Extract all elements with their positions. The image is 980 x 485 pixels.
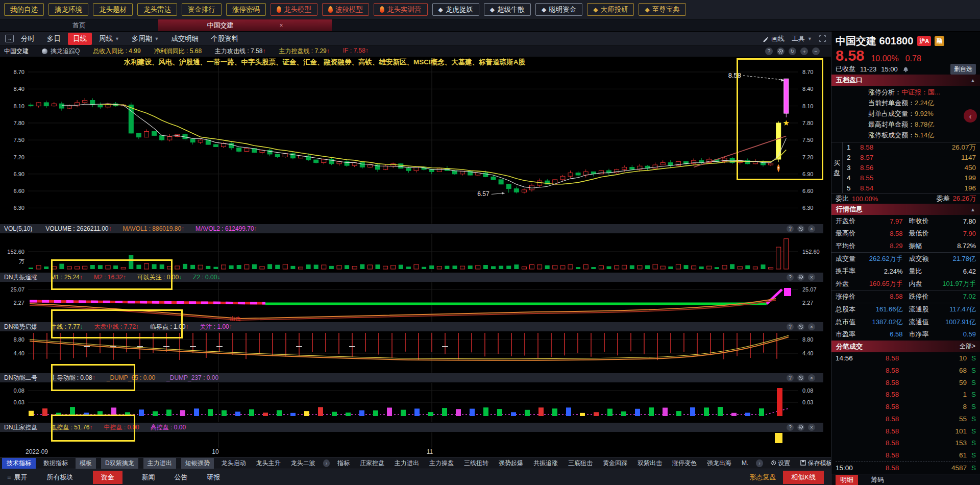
help-icon[interactable]: ? <box>787 323 794 330</box>
toolbar-button-保存模板[interactable]: 保存模板 <box>798 458 835 469</box>
indicator-tab-三线扭转[interactable]: 三线扭转 <box>461 458 491 469</box>
collapse-icon[interactable]: ▲ <box>970 78 975 83</box>
bottom-button-形态复盘[interactable]: 形态复盘 <box>749 473 776 482</box>
stock-badge-沪A: 沪A <box>917 36 931 46</box>
quote-tab-明细[interactable]: 明细 <box>836 475 858 485</box>
period-周线[interactable]: 周线▼ <box>94 33 125 45</box>
indicator-tab-技术指标[interactable]: 技术指标 <box>2 458 36 469</box>
remove-watchlist-button[interactable]: 删自选 <box>950 64 976 75</box>
zoom-in-icon[interactable]: ＋ <box>800 47 808 55</box>
fullscreen-button[interactable] <box>819 35 826 42</box>
bottom-button-相似K线[interactable]: 相似K线 <box>783 471 824 484</box>
indicator-tab-短银强势[interactable]: 短银强势 <box>181 458 214 469</box>
tracker-label[interactable]: 擒龙追踪Q <box>42 47 80 56</box>
bottom-tab-展开[interactable]: ≡展开 <box>7 473 28 482</box>
help-icon[interactable]: ? <box>787 374 794 381</box>
chevron-right-icon[interactable]: › <box>756 459 763 467</box>
indicator-tab-主力进出[interactable]: 主力进出 <box>143 458 176 469</box>
indicator-tab-共振追涨[interactable]: 共振追涨 <box>531 458 560 469</box>
draw-line-button[interactable]: 画线 <box>763 34 785 43</box>
indicator-tab-双紫出击[interactable]: 双紫出击 <box>635 458 665 469</box>
help-icon[interactable]: ? <box>787 424 794 431</box>
tools-menu-button[interactable]: 工具 ▼ <box>792 34 812 43</box>
gear-icon[interactable] <box>797 323 804 330</box>
indicator-tab-强龙出海[interactable]: 强龙出海 <box>704 458 734 469</box>
indicator-tab-强势起爆[interactable]: 强势起爆 <box>496 458 526 469</box>
close-icon[interactable]: × <box>808 274 815 281</box>
nav-button-龙头题材[interactable]: 龙头题材 <box>93 3 133 16</box>
kline-chart-region[interactable]: 2022-0910118.708.708.408.408.108.107.807… <box>0 57 831 457</box>
nav-button-龙头雷达[interactable]: 龙头雷达 <box>137 3 177 16</box>
indicator-tab-数据指标[interactable]: 数据指标 <box>41 458 70 469</box>
close-icon[interactable]: × <box>808 374 815 381</box>
close-icon[interactable]: × <box>808 323 815 330</box>
refresh-icon[interactable]: ↻ <box>789 47 796 55</box>
indicator-tab-龙头二波[interactable]: 龙头二波 <box>288 458 318 469</box>
indicator-tab-模板[interactable]: 模板 <box>76 458 96 469</box>
period-成交明细[interactable]: 成交明细 <box>166 33 204 45</box>
indicator-tab-龙头主升[interactable]: 龙头主升 <box>254 458 283 469</box>
section-market-info[interactable]: 行情信息 ▲ <box>831 204 980 215</box>
nav-button-擒龙环境[interactable]: 擒龙环境 <box>48 3 88 16</box>
nav-button-资金排行[interactable]: 资金排行 <box>182 3 222 16</box>
panel-value: 可以关注 : 0.00↓ <box>137 273 182 282</box>
nav-button-龙头模型[interactable]: 龙头模型 <box>271 3 317 16</box>
indicator-tab-涨停变色[interactable]: 涨停变色 <box>670 458 699 469</box>
close-icon[interactable]: × <box>279 22 283 29</box>
prev-page-button[interactable]: ‹ <box>964 109 977 123</box>
nav-button-我的自选[interactable]: 我的自选 <box>4 3 44 16</box>
nav-button-大师投研[interactable]: ◆大师投研 <box>587 3 634 16</box>
view-all-link[interactable]: 全部> <box>960 342 975 351</box>
nav-button-至尊宝典[interactable]: ◆至尊宝典 <box>639 3 685 16</box>
gear-icon[interactable] <box>797 374 804 381</box>
tab-首页[interactable]: 首页 <box>0 19 158 31</box>
chevron-right-icon[interactable]: › <box>323 459 330 467</box>
gear-icon[interactable] <box>797 424 804 431</box>
nav-button-聪明资金[interactable]: ◆聪明资金 <box>535 3 582 16</box>
section-order-book[interactable]: 五档盘口 ▲ <box>831 75 980 86</box>
period-个股资料[interactable]: 个股资料 <box>206 33 243 45</box>
nav-button-龙虎捉妖[interactable]: ◆龙虎捉妖 <box>432 3 479 16</box>
bottom-tab-所有板块[interactable]: 所有板块 <box>47 473 74 482</box>
nav-button-龙头实训营[interactable]: 龙头实训营 <box>374 3 428 16</box>
bottom-tab-公告[interactable]: 公告 <box>175 473 188 482</box>
bottom-tab-资金[interactable]: 资金 <box>93 471 122 484</box>
indicator-tab-主力操盘[interactable]: 主力操盘 <box>427 458 456 469</box>
bottom-tab-研报[interactable]: 研报 <box>207 473 220 482</box>
indicator-tab-主力进出[interactable]: 主力进出 <box>392 458 422 469</box>
indicator-tab-三底狙击[interactable]: 三底狙击 <box>566 458 595 469</box>
gear-icon[interactable] <box>797 225 804 232</box>
panel-value: _DUMP_237 : 0.00 <box>166 374 218 381</box>
toolbar-button-设置[interactable]: 设置 <box>768 458 793 469</box>
bell-icon[interactable] <box>902 66 909 72</box>
gear-icon[interactable] <box>797 274 804 281</box>
period-多周期[interactable]: 多周期▼ <box>127 33 164 45</box>
gear-icon[interactable] <box>777 47 785 55</box>
help-icon[interactable]: ? <box>765 47 773 55</box>
indicator-tab-龙头启动[interactable]: 龙头启动 <box>219 458 249 469</box>
indicator-tab-D双紫擒龙[interactable]: D双紫擒龙 <box>101 458 138 469</box>
panel-layout-icon[interactable]: → <box>5 35 14 42</box>
indicator-tab-M.[interactable]: M. <box>739 458 751 468</box>
zoom-out-icon[interactable]: − <box>812 47 820 55</box>
nav-button-超级牛散[interactable]: ◆超级牛散 <box>484 3 531 16</box>
help-icon[interactable]: ? <box>787 225 794 232</box>
nav-button-涨停密码[interactable]: 涨停密码 <box>226 3 266 16</box>
panel-value: 高控盘 : 0.00 <box>151 423 186 432</box>
indicator-tab-指标[interactable]: 指标 <box>335 458 352 469</box>
bottom-tab-新闻[interactable]: 新闻 <box>142 473 155 482</box>
indicator-tab-黄金回踩[interactable]: 黄金回踩 <box>600 458 630 469</box>
quote-tab-筹码[interactable]: 筹码 <box>866 475 889 485</box>
period-多日[interactable]: 多日 <box>42 33 66 45</box>
svg-text:25.07: 25.07 <box>10 286 24 293</box>
help-icon[interactable]: ? <box>787 274 794 281</box>
tab-中国交建[interactable]: 中国交建× <box>158 19 332 31</box>
period-分时[interactable]: 分时 <box>16 33 40 45</box>
period-日线[interactable]: 日线 <box>68 33 92 45</box>
close-icon[interactable]: × <box>808 424 815 431</box>
close-icon[interactable]: × <box>808 225 815 232</box>
nav-button-波段模型[interactable]: 波段模型 <box>322 3 369 16</box>
indicator-tab-庄家控盘[interactable]: 庄家控盘 <box>357 458 387 469</box>
collapse-icon[interactable]: ▲ <box>970 207 975 212</box>
section-tick-trades[interactable]: 分笔成交 全部> <box>831 341 980 352</box>
